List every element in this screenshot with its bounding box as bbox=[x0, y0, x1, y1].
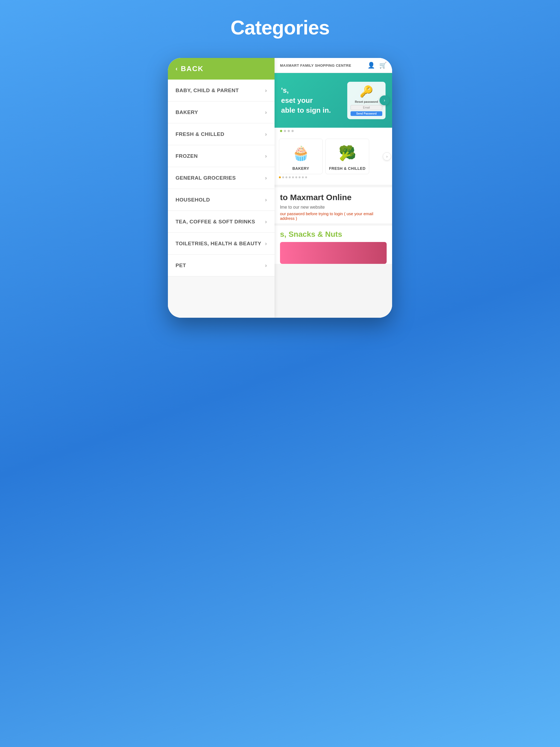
screen: ‹ BACK BABY, CHILD & PARENT › BAKERY › F… bbox=[168, 58, 392, 318]
chevron-right-icon: › bbox=[265, 175, 267, 181]
content-area: MAXMART FAMILY SHOPPING CENTRE 👤 🛒 's, e… bbox=[275, 58, 392, 318]
chevron-right-icon: › bbox=[265, 262, 267, 268]
sidebar-item-label: TOILETRIES, HEALTH & BEAUTY bbox=[176, 241, 261, 247]
category-card-bakery[interactable]: 🧁 BAKERY bbox=[279, 138, 323, 174]
cat-dot-4 bbox=[289, 176, 291, 178]
fresh-chilled-label: FRESH & CHILLED bbox=[329, 166, 365, 171]
sidebar-header: ‹ BACK bbox=[168, 58, 275, 80]
categories-section: 🧁 BAKERY 🥦 FRESH & CHILLED › bbox=[275, 134, 392, 185]
topnav: MAXMART FAMILY SHOPPING CENTRE 👤 🛒 bbox=[275, 58, 392, 73]
sidebar-item-label: PET bbox=[176, 262, 186, 268]
banner-dots bbox=[275, 128, 392, 134]
sidebar-item-baby-child-parent[interactable]: BABY, CHILD & PARENT › bbox=[168, 80, 275, 101]
chevron-right-icon: › bbox=[265, 197, 267, 203]
sidebar-item-bakery[interactable]: BAKERY › bbox=[168, 101, 275, 123]
sidebar-item-label: GENERAL GROCERIES bbox=[176, 175, 236, 181]
snacks-title: s, Snacks & Nuts bbox=[280, 230, 387, 239]
reset-password-label: Reset password bbox=[351, 100, 382, 103]
sidebar-item-household[interactable]: HOUSEHOLD › bbox=[168, 189, 275, 211]
chevron-right-icon: › bbox=[265, 240, 267, 247]
snacks-section: s, Snacks & Nuts bbox=[275, 226, 392, 264]
sidebar-item-label: FROZEN bbox=[176, 153, 198, 159]
category-dots bbox=[275, 174, 392, 180]
sidebar-item-general-groceries[interactable]: GENERAL GROCERIES › bbox=[168, 167, 275, 189]
cat-dot-3 bbox=[285, 176, 287, 178]
welcome-title: to Maxmart Online bbox=[280, 193, 387, 202]
chevron-right-icon: › bbox=[265, 87, 267, 94]
banner-dot-1 bbox=[280, 130, 282, 132]
sidebar-list: BABY, CHILD & PARENT › BAKERY › FRESH & … bbox=[168, 80, 275, 318]
banner-text: 's, eset your able to sign in. bbox=[281, 85, 347, 115]
sidebar-item-label: FRESH & CHILLED bbox=[176, 131, 225, 137]
sidebar-item-label: HOUSEHOLD bbox=[176, 197, 210, 203]
back-label: BACK bbox=[181, 65, 203, 73]
sidebar: ‹ BACK BABY, CHILD & PARENT › BAKERY › F… bbox=[168, 58, 275, 318]
cat-dot-6 bbox=[295, 176, 297, 178]
chevron-right-icon: › bbox=[265, 131, 267, 137]
cat-dot-8 bbox=[302, 176, 304, 178]
banner-next-button[interactable]: › bbox=[380, 96, 389, 105]
sidebar-item-tea-coffee-soft-drinks[interactable]: TEA, COFFEE & SOFT DRINKS › bbox=[168, 211, 275, 233]
bakery-label: BAKERY bbox=[292, 166, 309, 171]
categories-scroll: 🧁 BAKERY 🥦 FRESH & CHILLED › bbox=[275, 138, 392, 174]
welcome-warning: our password before trying to login ( us… bbox=[280, 211, 387, 221]
user-icon[interactable]: 👤 bbox=[367, 62, 375, 69]
banner: 's, eset your able to sign in. 🔑 Reset p… bbox=[275, 73, 392, 128]
banner-dot-4 bbox=[291, 130, 294, 132]
chevron-right-icon: › bbox=[265, 153, 267, 159]
device-frame: ‹ BACK BABY, CHILD & PARENT › BAKERY › F… bbox=[168, 58, 392, 318]
sidebar-item-pet[interactable]: PET › bbox=[168, 255, 275, 277]
category-card-fresh-chilled[interactable]: 🥦 FRESH & CHILLED bbox=[325, 138, 369, 174]
cat-dot-7 bbox=[299, 176, 301, 178]
banner-line-1: 's, bbox=[281, 85, 347, 95]
nav-icons: 👤 🛒 bbox=[367, 62, 387, 69]
fresh-chilled-icon: 🥦 bbox=[336, 142, 358, 164]
snacks-product-image bbox=[280, 242, 387, 264]
sidebar-item-label: BAKERY bbox=[176, 109, 198, 115]
cat-dot-1 bbox=[279, 176, 281, 178]
sidebar-item-label: BABY, CHILD & PARENT bbox=[176, 87, 239, 94]
welcome-subtitle: lme to our new website bbox=[280, 205, 387, 210]
sidebar-item-toiletries-health-beauty[interactable]: TOILETRIES, HEALTH & BEAUTY › bbox=[168, 233, 275, 255]
back-chevron-icon: ‹ bbox=[176, 66, 177, 73]
sidebar-item-label: TEA, COFFEE & SOFT DRINKS bbox=[176, 219, 255, 225]
chevron-right-icon: › bbox=[265, 218, 267, 225]
chevron-right-icon: › bbox=[265, 109, 267, 115]
key-icon: 🔑 bbox=[351, 85, 382, 98]
cat-dot-5 bbox=[292, 176, 294, 178]
bakery-icon: 🧁 bbox=[290, 142, 312, 164]
categories-next-button[interactable]: › bbox=[383, 152, 391, 160]
banner-dot-2 bbox=[284, 130, 286, 132]
email-input-mock: Email bbox=[351, 105, 382, 110]
send-password-button-mock: Send Password bbox=[351, 111, 382, 116]
sidebar-item-frozen[interactable]: FROZEN › bbox=[168, 145, 275, 167]
page-title: Categories bbox=[230, 17, 330, 39]
store-name: MAXMART FAMILY SHOPPING CENTRE bbox=[280, 63, 351, 68]
cat-dot-2 bbox=[282, 176, 284, 178]
sidebar-item-fresh-chilled[interactable]: FRESH & CHILLED › bbox=[168, 123, 275, 145]
banner-dot-3 bbox=[288, 130, 290, 132]
welcome-section: to Maxmart Online lme to our new website… bbox=[275, 187, 392, 223]
banner-line-3: able to sign in. bbox=[281, 105, 347, 115]
cat-dot-9 bbox=[305, 176, 307, 178]
banner-line-2: eset your bbox=[281, 96, 347, 105]
cart-icon[interactable]: 🛒 bbox=[379, 62, 387, 69]
